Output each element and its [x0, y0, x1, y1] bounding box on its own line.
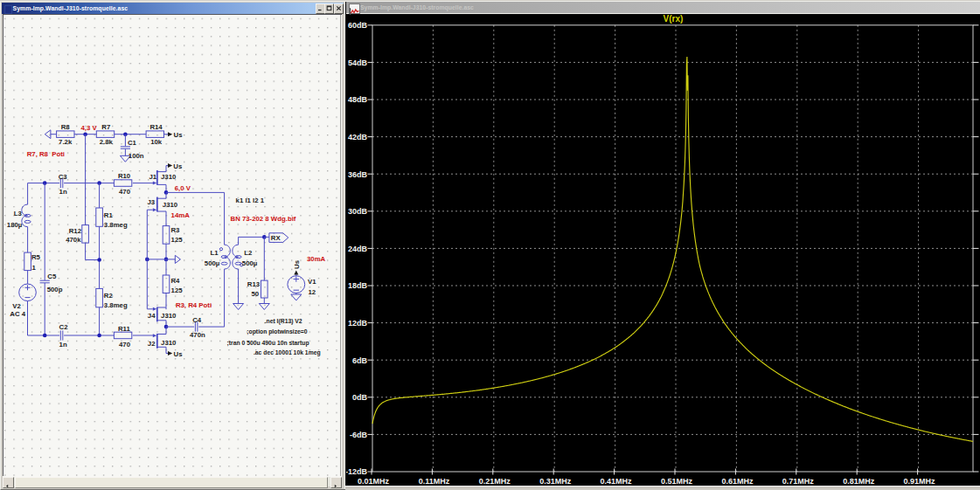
- svg-text:36dB: 36dB: [348, 170, 368, 179]
- svg-text:0.01MHz: 0.01MHz: [358, 477, 390, 486]
- svg-text:470k: 470k: [66, 236, 81, 244]
- svg-text:R1: R1: [104, 211, 114, 219]
- svg-text:500µ: 500µ: [205, 259, 220, 267]
- svg-text:18dB: 18dB: [348, 281, 368, 290]
- svg-text:12: 12: [308, 288, 316, 296]
- svg-text:470: 470: [119, 188, 131, 196]
- svg-text:C1: C1: [128, 139, 137, 147]
- svg-text:2.8k: 2.8k: [100, 138, 114, 146]
- svg-text:J310: J310: [161, 173, 177, 181]
- svg-text:V1: V1: [308, 278, 316, 286]
- svg-text:0.81MHz: 0.81MHz: [843, 477, 875, 486]
- svg-text:7.2k: 7.2k: [59, 138, 73, 146]
- svg-text:14mA: 14mA: [171, 211, 191, 219]
- svg-text:V(rx): V(rx): [664, 15, 684, 24]
- svg-text:Us: Us: [174, 131, 184, 139]
- svg-text:4,3 V: 4,3 V: [81, 124, 98, 132]
- svg-text:1: 1: [32, 264, 37, 272]
- svg-text:6dB: 6dB: [352, 356, 368, 365]
- svg-text:0.71MHz: 0.71MHz: [782, 477, 815, 486]
- svg-text:125: 125: [171, 286, 184, 294]
- svg-text:0.31MHz: 0.31MHz: [539, 477, 572, 486]
- svg-text:1n: 1n: [59, 341, 67, 349]
- svg-text:-6dB: -6dB: [350, 431, 368, 439]
- svg-text:0.51MHz: 0.51MHz: [661, 477, 693, 486]
- svg-text:10k: 10k: [150, 138, 163, 146]
- svg-text:0.91MHz: 0.91MHz: [904, 477, 936, 486]
- svg-text:J2: J2: [148, 340, 156, 348]
- svg-text:J310: J310: [161, 312, 177, 320]
- svg-text:30mA: 30mA: [307, 255, 326, 263]
- svg-text:L2: L2: [244, 249, 253, 257]
- svg-text:R7: R7: [101, 123, 110, 131]
- svg-text:J3: J3: [148, 198, 156, 206]
- svg-text:R11: R11: [118, 325, 131, 333]
- svg-text:C2: C2: [59, 323, 69, 331]
- svg-text:50: 50: [252, 290, 260, 298]
- svg-text:Us: Us: [173, 162, 183, 170]
- svg-text:C4: C4: [192, 316, 202, 324]
- svg-text:R7, R8 Poti: R7, R8 Poti: [27, 150, 65, 158]
- svg-text:60dB: 60dB: [348, 21, 368, 30]
- svg-text:R4: R4: [170, 277, 180, 285]
- svg-text:-12dB: -12dB: [346, 467, 367, 476]
- svg-text:48dB: 48dB: [348, 95, 368, 104]
- svg-text:J310: J310: [163, 201, 178, 209]
- svg-text:J310: J310: [161, 339, 177, 347]
- svg-text:V2: V2: [12, 302, 21, 310]
- svg-text:12dB: 12dB: [348, 319, 368, 328]
- svg-text:0dB: 0dB: [352, 393, 368, 402]
- svg-text:AC 4: AC 4: [10, 310, 25, 318]
- svg-text:;tran 0 500u 490u 10n startup: ;tran 0 500u 490u 10n startup: [227, 340, 309, 347]
- svg-text:J4: J4: [148, 312, 156, 320]
- svg-text:.net I(R13) V2: .net I(R13) V2: [265, 318, 302, 325]
- svg-text:3.8meg: 3.8meg: [104, 301, 128, 309]
- svg-text:R3, R4 Poti: R3, R4 Poti: [176, 301, 212, 309]
- svg-text:100n: 100n: [129, 152, 144, 160]
- svg-text:1n: 1n: [59, 188, 67, 196]
- svg-text:3.8meg: 3.8meg: [104, 221, 128, 229]
- svg-text:30dB: 30dB: [348, 207, 368, 216]
- svg-text:0.61MHz: 0.61MHz: [721, 477, 754, 486]
- svg-text:L3: L3: [14, 210, 23, 217]
- svg-text:C5: C5: [47, 273, 57, 280]
- svg-text:0.41MHz: 0.41MHz: [601, 477, 633, 486]
- svg-text:k1 l1 l2 1: k1 l1 l2 1: [236, 197, 265, 204]
- svg-text:R13: R13: [247, 280, 261, 288]
- svg-text:.ac dec 10001 10k 1meg: .ac dec 10001 10k 1meg: [254, 349, 321, 356]
- svg-text:BN 73-202 8 Wdg.bif: BN 73-202 8 Wdg.bif: [231, 215, 296, 223]
- svg-text:54dB: 54dB: [348, 59, 368, 67]
- svg-text:R3: R3: [170, 226, 180, 234]
- svg-text:470n: 470n: [190, 331, 205, 339]
- svg-text:RX: RX: [271, 234, 281, 242]
- svg-text:R5: R5: [31, 253, 41, 261]
- svg-text:C3: C3: [59, 173, 68, 181]
- svg-text:R10: R10: [118, 172, 131, 180]
- svg-text:Us: Us: [174, 350, 184, 358]
- svg-text:J1: J1: [149, 173, 156, 181]
- svg-text:6,0 V: 6,0 V: [175, 184, 191, 192]
- svg-text:R12: R12: [69, 227, 82, 235]
- svg-text:24dB: 24dB: [348, 245, 368, 253]
- svg-text:R14: R14: [149, 123, 163, 131]
- svg-text:500p: 500p: [47, 286, 63, 293]
- svg-text:500µ: 500µ: [242, 259, 258, 267]
- svg-text:125: 125: [171, 236, 184, 244]
- svg-text:R8: R8: [61, 123, 71, 131]
- svg-text:470: 470: [119, 341, 131, 349]
- svg-text:42dB: 42dB: [348, 133, 368, 141]
- svg-text:L1: L1: [211, 249, 219, 257]
- svg-text:0.11MHz: 0.11MHz: [419, 477, 450, 486]
- svg-text:180µ: 180µ: [7, 221, 23, 229]
- svg-text:Us: Us: [293, 259, 301, 269]
- svg-text:R2: R2: [104, 292, 114, 300]
- svg-text:;option plotwinsize=0: ;option plotwinsize=0: [247, 328, 308, 335]
- svg-text:0.21MHz: 0.21MHz: [479, 477, 511, 486]
